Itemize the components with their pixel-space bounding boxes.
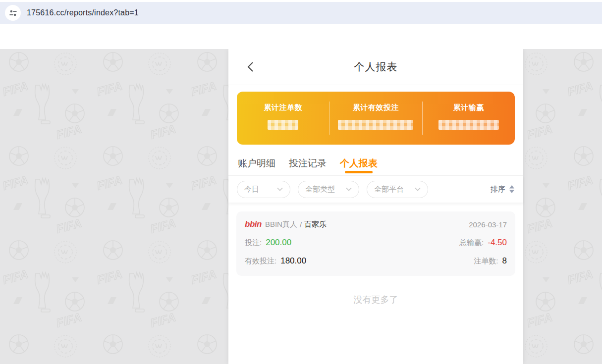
tab-bet-records[interactable]: 投注记录 — [289, 157, 327, 175]
tab-bar: 账户明细 投注记录 个人报表 — [228, 145, 523, 176]
summary-card: 累计注单数 累计有效投注 累计输赢 — [237, 92, 515, 145]
masked-value — [268, 120, 298, 130]
platform-filter-dropdown[interactable]: 全部平台 — [367, 181, 428, 198]
summary-valid-bets: 累计有效投注 — [329, 92, 422, 145]
record-header: bbin BBIN真人 / 百家乐 2026-03-17 — [245, 219, 507, 229]
bet-count-field: 注单数: 8 — [474, 256, 507, 266]
masked-value — [438, 120, 499, 130]
tab-account-details[interactable]: 账户明细 — [238, 157, 275, 175]
tab-label: 投注记录 — [289, 158, 327, 168]
masked-value — [338, 120, 413, 130]
sort-label: 排序 — [491, 185, 505, 194]
provider-name: BBIN真人 — [265, 220, 297, 229]
summary-total-bets: 累计注单数 — [237, 92, 329, 145]
field-label: 有效投注: — [245, 257, 276, 266]
valid-bet-field: 有效投注: 180.00 — [245, 256, 306, 266]
valid-bet-value: 180.00 — [280, 256, 306, 266]
record-row: 有效投注: 180.00 注单数: 8 — [245, 256, 507, 266]
page-background: FIFA FIFA 个人报表 累计注单数 — [0, 49, 602, 364]
tab-label: 个人报表 — [340, 158, 378, 168]
page-title: 个人报表 — [354, 60, 398, 74]
dropdown-label: 全部类型 — [305, 185, 335, 194]
panel-header: 个人报表 — [228, 49, 523, 85]
sort-button[interactable]: 排序 — [491, 185, 515, 194]
filter-bar: 今日 全部类型 全部平台 排序 — [228, 176, 523, 203]
browser-topbar: 175616.cc/reports/index?tab=1 — [0, 0, 602, 24]
url-text[interactable]: 175616.cc/reports/index?tab=1 — [27, 8, 139, 17]
winloss-field: 总输赢: -4.50 — [459, 238, 507, 248]
tab-personal-report[interactable]: 个人报表 — [340, 157, 378, 175]
dropdown-label: 全部平台 — [374, 185, 404, 194]
summary-win-loss: 累计输赢 — [423, 92, 515, 145]
summary-label: 累计输赢 — [453, 103, 484, 112]
tab-label: 账户明细 — [238, 158, 275, 168]
site-settings-icon[interactable] — [5, 5, 21, 21]
chevron-left-icon — [247, 61, 254, 72]
winloss-value: -4.50 — [488, 238, 507, 248]
chevron-down-icon — [415, 187, 421, 191]
record-row: 投注: 200.00 总输赢: -4.50 — [245, 238, 507, 248]
bet-field: 投注: 200.00 — [245, 238, 291, 248]
report-panel: 个人报表 累计注单数 累计有效投注 累计输赢 账户明细 — [228, 49, 523, 364]
bbin-logo: bbin — [245, 219, 262, 229]
record-date: 2026-03-17 — [469, 220, 507, 229]
back-button[interactable] — [243, 49, 258, 85]
field-label: 总输赢: — [459, 238, 484, 248]
no-more-text: 没有更多了 — [228, 294, 523, 306]
dropdown-label: 今日 — [244, 185, 259, 194]
browser-address-bar[interactable]: 175616.cc/reports/index?tab=1 — [0, 2, 602, 24]
date-filter-dropdown[interactable]: 今日 — [237, 181, 290, 198]
summary-label: 累计有效投注 — [353, 103, 399, 112]
separator: / — [300, 220, 302, 229]
chevron-down-icon — [346, 187, 352, 191]
bet-count-value: 8 — [502, 256, 507, 266]
field-label: 注单数: — [474, 257, 498, 266]
tab-underline — [345, 171, 373, 173]
bet-value: 200.00 — [266, 238, 291, 248]
report-record-card[interactable]: bbin BBIN真人 / 百家乐 2026-03-17 投注: 200.00 … — [236, 211, 515, 276]
game-name: 百家乐 — [304, 220, 327, 229]
sort-arrows-icon — [509, 185, 515, 194]
chevron-down-icon — [277, 187, 283, 191]
field-label: 投注: — [245, 238, 262, 248]
summary-label: 累计注单数 — [264, 103, 302, 112]
type-filter-dropdown[interactable]: 全部类型 — [298, 181, 359, 198]
